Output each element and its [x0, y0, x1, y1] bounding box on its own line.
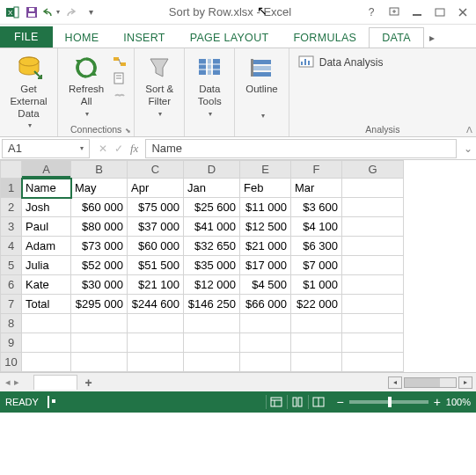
- cell[interactable]: [71, 333, 128, 353]
- tab-page-layout[interactable]: PAGE LAYOUT: [178, 28, 282, 48]
- cell[interactable]: $30 000: [71, 275, 128, 295]
- view-normal-icon[interactable]: [266, 395, 285, 409]
- col-header-b[interactable]: B: [71, 161, 128, 179]
- col-header-e[interactable]: E: [240, 161, 291, 179]
- tab-data[interactable]: DATA: [369, 27, 424, 48]
- cell[interactable]: $4 500: [240, 275, 291, 295]
- row-header[interactable]: 7: [1, 295, 22, 314]
- cell[interactable]: $73 000: [71, 237, 128, 256]
- cell[interactable]: [291, 333, 342, 353]
- row-header[interactable]: 8: [1, 314, 22, 333]
- cell[interactable]: [342, 295, 404, 314]
- cell[interactable]: [240, 353, 291, 372]
- cell[interactable]: Adam: [22, 237, 71, 256]
- cell[interactable]: [342, 256, 404, 275]
- scroll-track[interactable]: [404, 377, 457, 388]
- cell[interactable]: [22, 314, 71, 333]
- cell[interactable]: Paul: [22, 217, 71, 237]
- refresh-all-button[interactable]: Refresh All▾: [65, 52, 107, 120]
- cell[interactable]: $66 000: [240, 295, 291, 314]
- cell[interactable]: [342, 314, 404, 333]
- cell[interactable]: [71, 353, 128, 372]
- qat-customize-icon[interactable]: ▾: [81, 4, 99, 21]
- row-header[interactable]: 4: [1, 237, 22, 256]
- row-header[interactable]: 3: [1, 217, 22, 237]
- cell[interactable]: $244 600: [128, 295, 184, 314]
- col-header-f[interactable]: F: [291, 161, 342, 179]
- cell[interactable]: $75 000: [128, 198, 184, 217]
- cell[interactable]: [240, 314, 291, 333]
- sheet-next-icon[interactable]: ▸: [14, 376, 19, 388]
- cell[interactable]: $52 000: [71, 256, 128, 275]
- tab-scroll-right-icon[interactable]: ▸: [424, 28, 440, 48]
- cell[interactable]: [342, 275, 404, 295]
- cell[interactable]: Kate: [22, 275, 71, 295]
- outline-button[interactable]: Outline▾: [242, 52, 281, 121]
- cell[interactable]: $60 000: [128, 237, 184, 256]
- help-icon[interactable]: ?: [362, 4, 381, 21]
- cell[interactable]: $3 600: [291, 198, 342, 217]
- col-header-d[interactable]: D: [184, 161, 240, 179]
- cancel-formula-icon[interactable]: ✕: [99, 142, 107, 155]
- cell[interactable]: $80 000: [71, 217, 128, 237]
- scroll-right-icon[interactable]: ▸: [458, 376, 472, 389]
- cell[interactable]: $32 650: [184, 237, 240, 256]
- cell[interactable]: [128, 314, 184, 333]
- row-header[interactable]: 10: [1, 353, 22, 372]
- row-header[interactable]: 9: [1, 333, 22, 353]
- cell[interactable]: Mar: [291, 179, 342, 198]
- cell[interactable]: $7 000: [291, 256, 342, 275]
- row-header[interactable]: 1: [1, 179, 22, 198]
- row-header[interactable]: 2: [1, 198, 22, 217]
- get-external-data-button[interactable]: Get External Data▾: [6, 52, 50, 132]
- zoom-in-icon[interactable]: +: [434, 395, 441, 409]
- maximize-icon[interactable]: [430, 4, 450, 21]
- tab-file[interactable]: FILE: [0, 26, 53, 48]
- row-header[interactable]: 6: [1, 275, 22, 295]
- view-page-layout-icon[interactable]: [287, 395, 306, 409]
- save-icon[interactable]: [23, 4, 40, 21]
- cell[interactable]: [184, 314, 240, 333]
- cell[interactable]: $21 100: [128, 275, 184, 295]
- cell[interactable]: $12 500: [240, 217, 291, 237]
- sort-filter-button[interactable]: Sort & Filter▾: [142, 52, 177, 120]
- cell[interactable]: [184, 353, 240, 372]
- cell[interactable]: [240, 333, 291, 353]
- cell[interactable]: [71, 314, 128, 333]
- cell[interactable]: $6 300: [291, 237, 342, 256]
- horizontal-scrollbar[interactable]: ◂ ▸: [388, 376, 476, 389]
- macro-record-icon[interactable]: [48, 397, 49, 407]
- cell[interactable]: $146 250: [184, 295, 240, 314]
- cell[interactable]: $11 000: [240, 198, 291, 217]
- formula-input[interactable]: Name: [145, 139, 457, 158]
- cell[interactable]: $21 000: [240, 237, 291, 256]
- cell[interactable]: [128, 333, 184, 353]
- cell[interactable]: $295 000: [71, 295, 128, 314]
- name-box[interactable]: A1 ▾: [2, 139, 90, 158]
- undo-icon[interactable]: ▾: [42, 4, 60, 21]
- cell[interactable]: [342, 353, 404, 372]
- cell[interactable]: Julia: [22, 256, 71, 275]
- ribbon-options-icon[interactable]: [384, 4, 404, 21]
- cell[interactable]: [22, 333, 71, 353]
- zoom-slider[interactable]: [349, 400, 428, 404]
- data-analysis-button[interactable]: Data Analysis: [297, 52, 385, 73]
- properties-icon[interactable]: [113, 72, 127, 86]
- cell[interactable]: Josh: [22, 198, 71, 217]
- connections-dialog-icon[interactable]: ⬊: [125, 127, 131, 135]
- cell[interactable]: Feb: [240, 179, 291, 198]
- tab-formulas[interactable]: FORMULAS: [281, 28, 369, 48]
- zoom-out-icon[interactable]: −: [336, 395, 343, 409]
- cell[interactable]: $4 100: [291, 217, 342, 237]
- collapse-ribbon-icon[interactable]: ᐱ: [466, 125, 472, 135]
- cell[interactable]: [342, 333, 404, 353]
- cell[interactable]: [128, 353, 184, 372]
- col-header-c[interactable]: C: [128, 161, 184, 179]
- cell[interactable]: [291, 353, 342, 372]
- cell-a1[interactable]: Name: [22, 179, 71, 198]
- cell[interactable]: [342, 198, 404, 217]
- fx-icon[interactable]: fx: [130, 142, 138, 156]
- tab-home[interactable]: HOME: [53, 28, 112, 48]
- enter-formula-icon[interactable]: ✓: [114, 142, 123, 155]
- cell[interactable]: [291, 314, 342, 333]
